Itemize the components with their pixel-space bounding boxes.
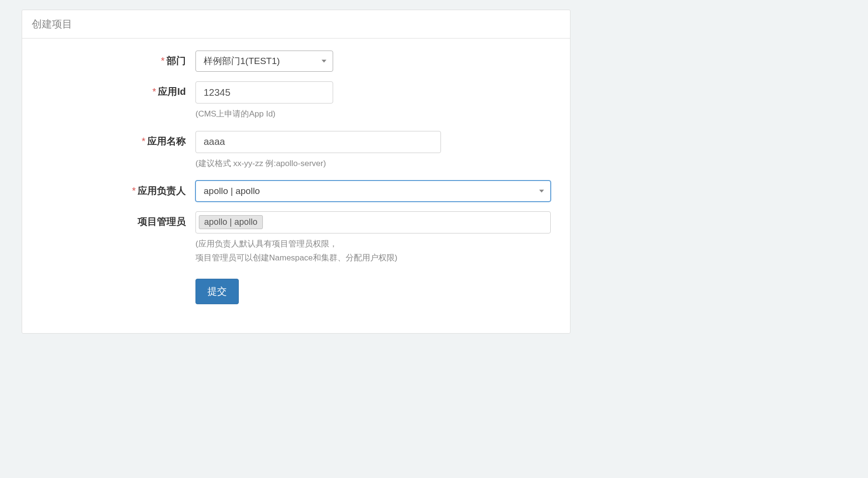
required-mark: * (152, 86, 156, 97)
department-selected-value: 样例部门1(TEST1) (204, 55, 280, 67)
label-app-name: *应用名称 (32, 131, 195, 148)
chevron-down-icon (322, 60, 326, 63)
label-app-id: *应用Id (32, 81, 195, 98)
admins-help: (应用负责人默认具有项目管理员权限， 项目管理员可以创建Namespace和集群… (195, 237, 552, 265)
panel-title: 创建项目 (22, 10, 570, 39)
app-id-help: (CMS上申请的App Id) (195, 107, 552, 121)
field-admins: apollo | apollo (应用负责人默认具有项目管理员权限， 项目管理员… (195, 211, 552, 265)
label-department: *部门 (32, 51, 195, 67)
field-app-name: (建议格式 xx-yy-zz 例:apollo-server) (195, 131, 552, 171)
admins-tag-input[interactable]: apollo | apollo (195, 211, 551, 233)
department-select[interactable]: 样例部门1(TEST1) (195, 51, 333, 72)
label-admins: 项目管理员 (32, 211, 195, 228)
app-id-input[interactable] (195, 81, 333, 103)
create-project-panel: 创建项目 *部门 样例部门1(TEST1) *应用Id (22, 10, 570, 334)
required-mark: * (161, 55, 165, 66)
label-text: 项目管理员 (138, 216, 186, 227)
submit-button[interactable]: 提交 (195, 279, 239, 304)
admin-tag[interactable]: apollo | apollo (199, 215, 263, 229)
required-mark: * (142, 136, 145, 146)
row-owner: *应用负责人 apollo | apollo (32, 181, 560, 202)
label-text: 应用Id (158, 86, 186, 97)
row-department: *部门 样例部门1(TEST1) (32, 51, 560, 72)
row-app-name: *应用名称 (建议格式 xx-yy-zz 例:apollo-server) (32, 131, 560, 171)
owner-selected-value: apollo | apollo (204, 186, 260, 196)
field-department: 样例部门1(TEST1) (195, 51, 552, 72)
label-text: 应用负责人 (138, 185, 186, 196)
label-text: 部门 (167, 55, 186, 66)
department-select-wrap[interactable]: 样例部门1(TEST1) (195, 51, 333, 72)
form-body: *部门 样例部门1(TEST1) *应用Id (CMS上申请的App Id) (22, 39, 570, 333)
chevron-down-icon (539, 190, 544, 193)
field-owner: apollo | apollo (195, 181, 552, 202)
app-name-help: (建议格式 xx-yy-zz 例:apollo-server) (195, 157, 552, 171)
admins-help-line1: (应用负责人默认具有项目管理员权限， (195, 237, 552, 251)
label-owner: *应用负责人 (32, 181, 195, 197)
app-name-input[interactable] (195, 131, 441, 153)
field-submit: 提交 (195, 279, 552, 304)
field-app-id: (CMS上申请的App Id) (195, 81, 552, 121)
row-app-id: *应用Id (CMS上申请的App Id) (32, 81, 560, 121)
owner-select[interactable]: apollo | apollo (195, 181, 551, 202)
label-text: 应用名称 (147, 136, 186, 146)
owner-select-wrap[interactable]: apollo | apollo (195, 181, 551, 202)
admins-help-line2: 项目管理员可以创建Namespace和集群、分配用户权限) (195, 251, 552, 265)
label-submit-spacer (32, 279, 195, 283)
row-admins: 项目管理员 apollo | apollo (应用负责人默认具有项目管理员权限，… (32, 211, 560, 265)
row-submit: 提交 (32, 279, 560, 304)
required-mark: * (132, 185, 136, 196)
